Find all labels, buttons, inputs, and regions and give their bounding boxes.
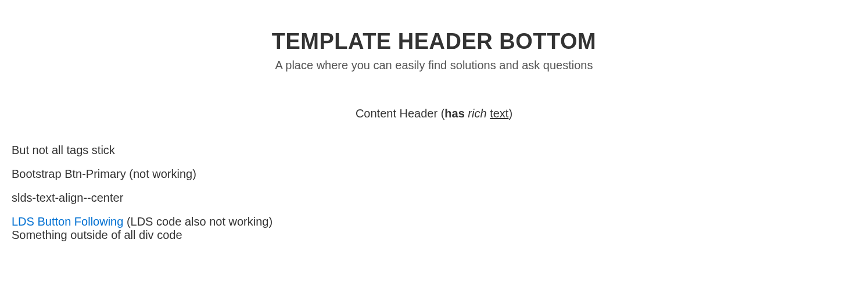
content-header-bold: has bbox=[444, 107, 464, 120]
content-header-prefix: Content Header ( bbox=[356, 107, 444, 120]
content-header-italic: rich bbox=[468, 107, 486, 120]
body-line-5: Something outside of all div code bbox=[12, 228, 856, 242]
body-line-1: But not all tags stick bbox=[12, 144, 856, 157]
page-subtitle: A place where you can easily find soluti… bbox=[12, 59, 856, 72]
content-header-suffix: ) bbox=[508, 107, 512, 120]
body-line-2: Bootstrap Btn-Primary (not working) bbox=[12, 167, 856, 181]
content-header-underline: text bbox=[490, 107, 508, 120]
body-line-4-paren: (LDS code also not working) bbox=[123, 215, 272, 228]
body-line-4: LDS Button Following (LDS code also not … bbox=[12, 215, 856, 228]
page-header: TEMPLATE HEADER BOTTOM A place where you… bbox=[12, 29, 856, 72]
page-title: TEMPLATE HEADER BOTTOM bbox=[12, 29, 856, 54]
lds-button-link[interactable]: LDS Button Following bbox=[12, 215, 123, 228]
content-header: Content Header (has rich text) bbox=[12, 107, 856, 120]
body-line-3: slds-text-align--center bbox=[12, 191, 856, 205]
